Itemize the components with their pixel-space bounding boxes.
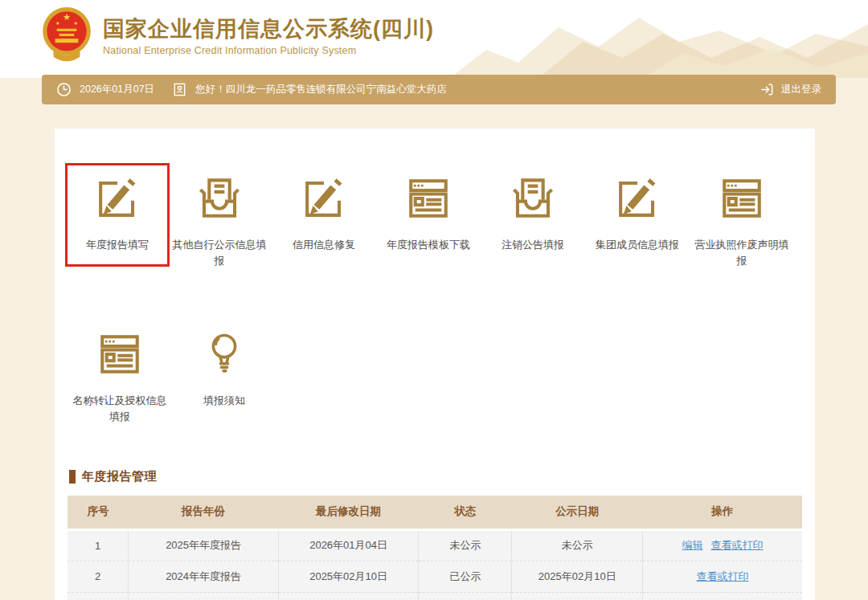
col-header-no: 序号	[68, 496, 129, 529]
grid-item-annual-report-fill[interactable]: 年度报告填写	[65, 163, 170, 267]
logout-label: 退出登录	[781, 83, 821, 96]
grid-item-deregistration-announcement[interactable]: 注销公告填报	[481, 165, 585, 264]
user-status-bar: 2026年01月07日 您好！四川龙一药品零售连锁有限公司宁南益心堂大药店 退出…	[42, 75, 836, 104]
grid-item-label: 填报须知	[174, 393, 275, 409]
template-window-icon	[719, 175, 765, 222]
grid-item-label: 年度报告模板下载	[378, 237, 479, 253]
site-subtitle: National Enterprise Credit Information P…	[103, 45, 434, 56]
cell-publish-date: 2025年02月10日	[512, 561, 643, 592]
template-window-icon	[96, 331, 143, 378]
grid-item-label: 集团成员信息填报	[587, 237, 688, 253]
main-content-card: 年度报告填写 其他自行公示信息填报	[55, 129, 815, 600]
edit-pencil-icon	[614, 175, 661, 222]
grid-item-name-transfer-authorization[interactable]: 名称转让及授权信息填报	[68, 321, 172, 435]
cell-actions: 查看或打印	[643, 561, 802, 592]
svg-text:★: ★	[74, 20, 79, 26]
grid-item-filing-instructions[interactable]: 填报须知	[172, 321, 276, 420]
col-header-actions: 操作	[643, 496, 802, 529]
col-header-report-year: 报告年份	[129, 496, 278, 529]
cell-status: 未公示	[419, 529, 512, 561]
grid-item-annual-report-template-download[interactable]: 年度报告模板下载	[376, 165, 481, 264]
grid-item-label: 其他自行公示信息填报	[169, 237, 270, 268]
svg-text:★: ★	[55, 20, 60, 26]
inbox-document-icon	[510, 175, 556, 222]
grid-item-label: 营业执照作废声明填报	[691, 237, 792, 268]
brand: ★ ★ ★ 国家企业信用信息公示系统(四川) National Enterpri…	[42, 6, 434, 66]
svg-text:★: ★	[63, 12, 71, 22]
template-window-icon	[405, 175, 452, 222]
table-row: 1 2025年年度报告 2026年01月04日 未公示 未公示 编辑查看或打印	[68, 529, 802, 561]
edit-pencil-icon	[94, 175, 141, 222]
brand-text: 国家企业信用信息公示系统(四川) National Enterprise Cre…	[103, 16, 434, 57]
cell-no: 2	[68, 561, 129, 592]
cell-no: 1	[68, 529, 129, 561]
table-header-row: 序号 报告年份 最后修改日期 状态 公示日期 操作	[68, 496, 802, 529]
lightbulb-icon	[201, 331, 248, 378]
function-grid-row-1: 年度报告填写 其他自行公示信息填报	[68, 165, 802, 280]
site-title: 国家企业信用信息公示系统(四川)	[103, 16, 434, 43]
view-or-print-link[interactable]: 查看或打印	[697, 570, 749, 582]
grid-item-label: 信用信息修复	[273, 237, 375, 253]
cell-publish-date: 2024年03月20日	[512, 592, 643, 600]
cell-publish-date: 未公示	[512, 529, 643, 561]
cell-report-year: 2025年年度报告	[129, 529, 278, 561]
section-marker	[69, 470, 76, 484]
cell-last-modified: 2025年02月10日	[278, 561, 419, 592]
section-title: 年度报告管理	[82, 469, 157, 484]
function-grid-row-2: 名称转让及授权信息填报 填报须知	[68, 321, 802, 435]
cell-status: 已公示	[419, 592, 512, 600]
user-greeting: 您好！四川龙一药品零售连锁有限公司宁南益心堂大药店	[195, 83, 447, 96]
page-header: ★ ★ ★ 国家企业信用信息公示系统(四川) National Enterpri…	[0, 0, 868, 78]
inbox-document-icon	[196, 175, 243, 222]
grid-item-label: 名称转让及授权信息填报	[69, 393, 170, 424]
cell-actions: 查看或打印	[643, 592, 802, 600]
national-emblem-logo: ★ ★ ★	[42, 6, 92, 66]
cell-status: 已公示	[419, 561, 512, 592]
grid-item-license-invalidation-declaration[interactable]: 营业执照作废声明填报	[690, 165, 794, 280]
grid-item-credit-repair[interactable]: 信用信息修复	[272, 165, 376, 264]
user-id-icon	[172, 82, 187, 97]
table-row: 3 2023年年度报告 2024年03月20日 已公示 2024年03月20日 …	[68, 592, 802, 600]
cell-report-year: 2024年年度报告	[129, 561, 278, 592]
col-header-publish-date: 公示日期	[512, 496, 643, 529]
table-row: 2 2024年年度报告 2025年02月10日 已公示 2025年02月10日 …	[68, 561, 802, 592]
clock-icon	[56, 82, 72, 97]
grid-item-other-publicity-fill[interactable]: 其他自行公示信息填报	[167, 165, 272, 280]
annual-report-table: 序号 报告年份 最后修改日期 状态 公示日期 操作 1 2025年年度报告 20…	[68, 496, 802, 600]
grid-item-label: 注销公告填报	[482, 237, 583, 253]
current-date: 2026年01月07日	[80, 83, 154, 96]
mountain-artwork	[450, 0, 868, 78]
edit-link[interactable]: 编辑	[682, 539, 703, 551]
cell-last-modified: 2026年01月04日	[278, 529, 419, 561]
grid-item-group-member-info[interactable]: 集团成员信息填报	[585, 165, 690, 264]
edit-pencil-icon	[301, 175, 347, 222]
cell-last-modified: 2024年03月20日	[278, 592, 419, 600]
col-header-status: 状态	[419, 496, 512, 529]
cell-no: 3	[68, 592, 129, 600]
grid-item-label: 年度报告填写	[69, 237, 166, 253]
logout-button[interactable]: 退出登录	[760, 82, 821, 97]
logout-icon	[760, 82, 775, 97]
view-or-print-link[interactable]: 查看或打印	[711, 539, 764, 551]
cell-report-year: 2023年年度报告	[129, 592, 278, 600]
cell-actions: 编辑查看或打印	[643, 529, 802, 561]
annual-report-section-header: 年度报告管理	[69, 469, 802, 484]
col-header-last-modified: 最后修改日期	[278, 496, 419, 529]
